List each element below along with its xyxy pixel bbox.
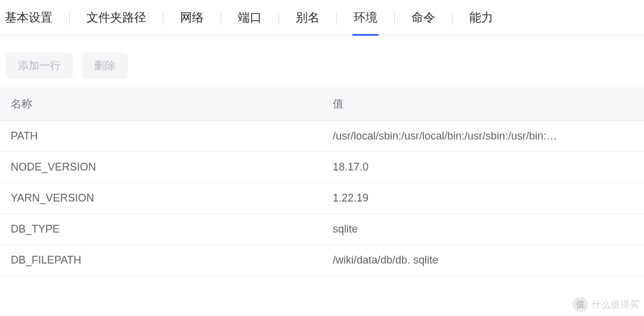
env-name-cell: DB_FILEPATH bbox=[0, 245, 322, 276]
table-row[interactable]: DB_FILEPATH/wiki/data/db/db. sqlite bbox=[0, 245, 644, 276]
table-row[interactable]: YARN_VERSION1.22.19 bbox=[0, 183, 644, 214]
tab-network[interactable]: 网络 bbox=[179, 10, 205, 36]
tab-env[interactable]: 环境 bbox=[352, 10, 379, 36]
tab-separator bbox=[69, 13, 70, 25]
tab-separator bbox=[394, 13, 395, 25]
env-value-cell: /usr/local/sbin:/usr/local/bin:/usr/sbin… bbox=[322, 121, 644, 152]
tab-port[interactable]: 端口 bbox=[237, 10, 263, 36]
env-value-cell: 18.17.0 bbox=[322, 152, 644, 183]
toolbar: 添加一行 删除 bbox=[0, 36, 644, 87]
tabs-bar: 基本设置文件夹路径网络端口别名环境命令能力 bbox=[0, 0, 644, 36]
watermark-text: 什么值得买 bbox=[592, 299, 639, 311]
column-header-value[interactable]: 值 bbox=[322, 87, 644, 121]
tab-separator bbox=[336, 13, 337, 25]
env-name-cell: YARN_VERSION bbox=[0, 183, 322, 214]
tab-separator bbox=[278, 13, 279, 25]
env-name-cell: DB_TYPE bbox=[0, 214, 322, 245]
column-header-name[interactable]: 名称 bbox=[0, 87, 322, 121]
table-row[interactable]: DB_TYPEsqlite bbox=[0, 214, 644, 245]
tab-folder[interactable]: 文件夹路径 bbox=[85, 10, 147, 36]
watermark-badge: 值 bbox=[572, 297, 588, 312]
tab-command[interactable]: 命令 bbox=[410, 10, 436, 36]
table-row[interactable]: PATH/usr/local/sbin:/usr/local/bin:/usr/… bbox=[0, 121, 644, 152]
tab-separator bbox=[452, 13, 453, 25]
tab-separator bbox=[163, 13, 163, 25]
tab-separator bbox=[221, 13, 221, 25]
table-row[interactable]: NODE_VERSION18.17.0 bbox=[0, 152, 644, 183]
env-name-cell: NODE_VERSION bbox=[0, 152, 322, 183]
delete-button[interactable]: 删除 bbox=[82, 52, 128, 79]
add-row-button[interactable]: 添加一行 bbox=[6, 52, 73, 79]
env-value-cell: sqlite bbox=[322, 214, 644, 245]
tab-alias[interactable]: 别名 bbox=[295, 10, 321, 36]
watermark: 值 什么值得买 bbox=[572, 297, 639, 312]
tab-capability[interactable]: 能力 bbox=[468, 10, 494, 36]
env-value-cell: 1.22.19 bbox=[322, 183, 644, 214]
tab-basic[interactable]: 基本设置 bbox=[4, 10, 54, 36]
env-table: 名称 值 PATH/usr/local/sbin:/usr/local/bin:… bbox=[0, 87, 644, 276]
env-value-cell: /wiki/data/db/db. sqlite bbox=[322, 245, 644, 276]
env-name-cell: PATH bbox=[0, 121, 322, 152]
